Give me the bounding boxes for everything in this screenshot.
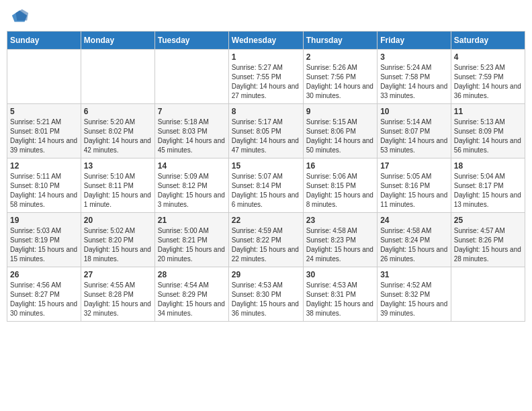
day-info: Sunrise: 5:18 AM Sunset: 8:03 PM Dayligh…	[158, 118, 226, 155]
calendar-table: SundayMondayTuesdayWednesdayThursdayFrid…	[7, 31, 525, 322]
day-info: Sunrise: 5:00 AM Sunset: 8:21 PM Dayligh…	[158, 226, 226, 264]
day-info: Sunrise: 5:05 AM Sunset: 8:16 PM Dayligh…	[380, 172, 448, 210]
day-info: Sunrise: 5:20 AM Sunset: 8:02 PM Dayligh…	[84, 118, 152, 155]
day-number: 31	[380, 270, 448, 279]
calendar-cell	[154, 50, 228, 104]
logo	[9, 7, 30, 26]
calendar-cell: 13Sunrise: 5:10 AM Sunset: 8:11 PM Dayli…	[81, 158, 154, 213]
day-info: Sunrise: 5:11 AM Sunset: 8:10 PM Dayligh…	[10, 172, 78, 210]
day-number: 27	[84, 270, 152, 279]
day-of-week-header: Tuesday	[154, 32, 228, 50]
calendar-cell: 10Sunrise: 5:14 AM Sunset: 8:07 PM Dayli…	[378, 104, 451, 158]
day-info: Sunrise: 5:04 AM Sunset: 8:17 PM Dayligh…	[454, 172, 522, 210]
day-info: Sunrise: 5:13 AM Sunset: 8:09 PM Dayligh…	[454, 118, 522, 155]
calendar-week-row: 12Sunrise: 5:11 AM Sunset: 8:10 PM Dayli…	[7, 158, 525, 213]
day-info: Sunrise: 4:59 AM Sunset: 8:22 PM Dayligh…	[232, 226, 300, 264]
day-number: 30	[306, 270, 374, 279]
day-number: 7	[158, 107, 226, 116]
day-info: Sunrise: 4:54 AM Sunset: 8:29 PM Dayligh…	[158, 281, 226, 318]
day-number: 1	[232, 52, 300, 62]
calendar-cell: 6Sunrise: 5:20 AM Sunset: 8:02 PM Daylig…	[81, 104, 154, 158]
day-info: Sunrise: 5:26 AM Sunset: 7:56 PM Dayligh…	[306, 63, 374, 101]
calendar-cell: 19Sunrise: 5:03 AM Sunset: 8:19 PM Dayli…	[7, 213, 81, 267]
calendar-cell: 4Sunrise: 5:23 AM Sunset: 7:59 PM Daylig…	[451, 50, 525, 104]
day-number: 24	[380, 216, 448, 225]
calendar-cell: 11Sunrise: 5:13 AM Sunset: 8:09 PM Dayli…	[451, 104, 525, 158]
day-number: 15	[232, 161, 300, 171]
day-info: Sunrise: 5:09 AM Sunset: 8:12 PM Dayligh…	[158, 172, 226, 210]
page-header	[7, 7, 525, 26]
day-info: Sunrise: 4:57 AM Sunset: 8:26 PM Dayligh…	[454, 226, 522, 264]
calendar-cell: 23Sunrise: 4:58 AM Sunset: 8:23 PM Dayli…	[303, 213, 377, 267]
calendar-cell: 15Sunrise: 5:07 AM Sunset: 8:14 PM Dayli…	[228, 158, 303, 213]
day-info: Sunrise: 5:06 AM Sunset: 8:15 PM Dayligh…	[306, 172, 374, 210]
day-number: 2	[306, 52, 374, 62]
day-info: Sunrise: 4:53 AM Sunset: 8:31 PM Dayligh…	[306, 281, 374, 318]
calendar-cell: 26Sunrise: 4:56 AM Sunset: 8:27 PM Dayli…	[7, 267, 81, 322]
day-number: 14	[158, 161, 226, 171]
calendar-cell: 1Sunrise: 5:27 AM Sunset: 7:55 PM Daylig…	[228, 50, 303, 104]
day-info: Sunrise: 4:56 AM Sunset: 8:27 PM Dayligh…	[10, 281, 78, 318]
day-number: 22	[232, 216, 300, 225]
calendar-cell: 2Sunrise: 5:26 AM Sunset: 7:56 PM Daylig…	[303, 50, 377, 104]
day-number: 5	[10, 107, 78, 116]
calendar-cell: 31Sunrise: 4:52 AM Sunset: 8:32 PM Dayli…	[378, 267, 451, 322]
day-info: Sunrise: 5:21 AM Sunset: 8:01 PM Dayligh…	[10, 118, 78, 155]
day-number: 12	[10, 161, 78, 171]
day-info: Sunrise: 5:10 AM Sunset: 8:11 PM Dayligh…	[84, 172, 152, 210]
calendar-cell: 30Sunrise: 4:53 AM Sunset: 8:31 PM Dayli…	[303, 267, 377, 322]
day-info: Sunrise: 4:53 AM Sunset: 8:30 PM Dayligh…	[232, 281, 300, 318]
day-info: Sunrise: 5:07 AM Sunset: 8:14 PM Dayligh…	[232, 172, 300, 210]
day-info: Sunrise: 4:58 AM Sunset: 8:23 PM Dayligh…	[306, 226, 374, 264]
day-number: 4	[454, 52, 522, 62]
day-info: Sunrise: 4:55 AM Sunset: 8:28 PM Dayligh…	[84, 281, 152, 318]
day-number: 26	[10, 270, 78, 279]
calendar-cell: 3Sunrise: 5:24 AM Sunset: 7:58 PM Daylig…	[378, 50, 451, 104]
calendar-cell: 14Sunrise: 5:09 AM Sunset: 8:12 PM Dayli…	[154, 158, 228, 213]
day-of-week-header: Thursday	[303, 32, 377, 50]
day-number: 17	[380, 161, 448, 171]
calendar-cell: 25Sunrise: 4:57 AM Sunset: 8:26 PM Dayli…	[451, 213, 525, 267]
day-of-week-header: Saturday	[451, 32, 525, 50]
day-number: 18	[454, 161, 522, 171]
day-number: 16	[306, 161, 374, 171]
calendar-week-row: 19Sunrise: 5:03 AM Sunset: 8:19 PM Dayli…	[7, 213, 525, 267]
day-info: Sunrise: 5:23 AM Sunset: 7:59 PM Dayligh…	[454, 63, 522, 101]
calendar-cell	[7, 50, 81, 104]
calendar-week-row: 1Sunrise: 5:27 AM Sunset: 7:55 PM Daylig…	[7, 50, 525, 104]
calendar-cell: 21Sunrise: 5:00 AM Sunset: 8:21 PM Dayli…	[154, 213, 228, 267]
calendar-week-row: 26Sunrise: 4:56 AM Sunset: 8:27 PM Dayli…	[7, 267, 525, 322]
calendar-cell	[81, 50, 154, 104]
calendar-cell: 18Sunrise: 5:04 AM Sunset: 8:17 PM Dayli…	[451, 158, 525, 213]
day-number: 21	[158, 216, 226, 225]
day-info: Sunrise: 5:27 AM Sunset: 7:55 PM Dayligh…	[232, 63, 300, 101]
day-info: Sunrise: 5:15 AM Sunset: 8:06 PM Dayligh…	[306, 118, 374, 155]
day-number: 23	[306, 216, 374, 225]
calendar-cell: 7Sunrise: 5:18 AM Sunset: 8:03 PM Daylig…	[154, 104, 228, 158]
day-of-week-header: Sunday	[7, 32, 81, 50]
day-info: Sunrise: 5:14 AM Sunset: 8:07 PM Dayligh…	[380, 118, 448, 155]
day-number: 11	[454, 107, 522, 116]
day-info: Sunrise: 5:02 AM Sunset: 8:20 PM Dayligh…	[84, 226, 152, 264]
day-number: 8	[232, 107, 300, 116]
day-info: Sunrise: 5:03 AM Sunset: 8:19 PM Dayligh…	[10, 226, 78, 264]
day-info: Sunrise: 4:52 AM Sunset: 8:32 PM Dayligh…	[380, 281, 448, 318]
logo-icon	[11, 7, 30, 26]
day-number: 10	[380, 107, 448, 116]
calendar-cell: 22Sunrise: 4:59 AM Sunset: 8:22 PM Dayli…	[228, 213, 303, 267]
calendar-cell: 20Sunrise: 5:02 AM Sunset: 8:20 PM Dayli…	[81, 213, 154, 267]
calendar-cell: 5Sunrise: 5:21 AM Sunset: 8:01 PM Daylig…	[7, 104, 81, 158]
calendar-cell: 29Sunrise: 4:53 AM Sunset: 8:30 PM Dayli…	[228, 267, 303, 322]
day-number: 19	[10, 216, 78, 225]
calendar-cell: 16Sunrise: 5:06 AM Sunset: 8:15 PM Dayli…	[303, 158, 377, 213]
calendar-cell: 24Sunrise: 4:58 AM Sunset: 8:24 PM Dayli…	[378, 213, 451, 267]
day-info: Sunrise: 5:17 AM Sunset: 8:05 PM Dayligh…	[232, 118, 300, 155]
calendar-week-row: 5Sunrise: 5:21 AM Sunset: 8:01 PM Daylig…	[7, 104, 525, 158]
calendar-cell	[451, 267, 525, 322]
calendar-cell: 28Sunrise: 4:54 AM Sunset: 8:29 PM Dayli…	[154, 267, 228, 322]
day-info: Sunrise: 5:24 AM Sunset: 7:58 PM Dayligh…	[380, 63, 448, 101]
calendar-header-row: SundayMondayTuesdayWednesdayThursdayFrid…	[7, 32, 525, 50]
day-number: 6	[84, 107, 152, 116]
day-of-week-header: Friday	[378, 32, 451, 50]
calendar-cell: 17Sunrise: 5:05 AM Sunset: 8:16 PM Dayli…	[378, 158, 451, 213]
